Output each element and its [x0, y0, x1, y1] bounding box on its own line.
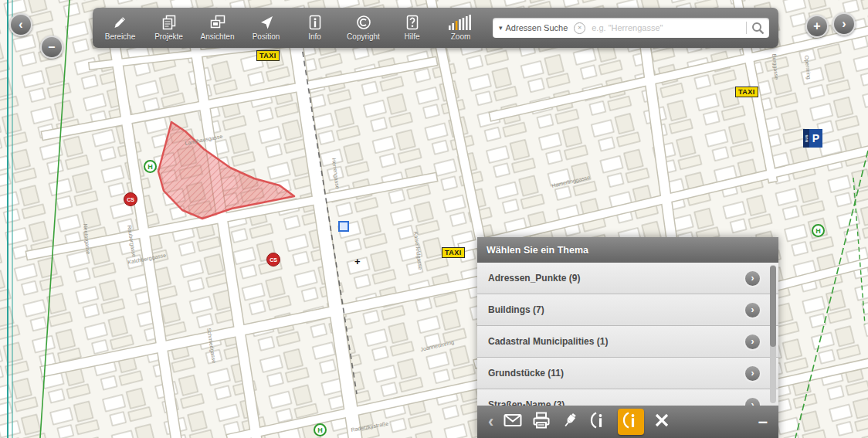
- toolbar-item-label: Info: [308, 32, 321, 41]
- toolbar-item-info[interactable]: Info: [290, 15, 339, 41]
- chevron-right-icon[interactable]: ›: [744, 333, 761, 351]
- theme-list: Adressen_Punkte (9) › Buildings (7) › Ca…: [477, 263, 778, 406]
- zoom-in-button[interactable]: +: [805, 15, 829, 38]
- toolbar-item-zoom[interactable]: Zoom: [436, 15, 485, 41]
- toolbar-item-label: Bereiche: [105, 32, 135, 41]
- bus-parking-sublabel: BUS: [803, 129, 809, 148]
- identify-tool-button[interactable]: [618, 409, 644, 435]
- back-chevron-button[interactable]: ‹: [488, 413, 493, 430]
- zoom-out-button[interactable]: –: [40, 36, 63, 59]
- theme-item-label: Grundstücke (11): [488, 368, 564, 379]
- pin-icon: [561, 412, 579, 432]
- toolbar-item-label: Position: [253, 32, 280, 41]
- info-icon: [307, 15, 324, 30]
- transit-stop-marker: H: [314, 423, 327, 436]
- search-input[interactable]: [590, 22, 741, 33]
- bus-parking-marker: BUS P: [803, 129, 822, 148]
- toolbar-item-bereiche[interactable]: Bereiche: [96, 15, 144, 41]
- arc-info-icon: [589, 411, 608, 433]
- toolbar-item-label: Projekte: [154, 32, 183, 41]
- toolbar-item-hilfe[interactable]: Hilfe: [388, 15, 436, 41]
- theme-item-label: Straßen-Name (3): [488, 399, 565, 406]
- map-cross-marker: +: [354, 256, 361, 267]
- theme-item-label: Buildings (7): [488, 304, 544, 315]
- mail-icon: [504, 412, 522, 432]
- main-toolbar: Bereiche Projekte Ansichten Position Inf: [93, 8, 778, 48]
- theme-item-adressen-punkte[interactable]: Adressen_Punkte (9) ›: [477, 263, 778, 294]
- arc-info-icon: [622, 411, 640, 433]
- chevron-right-icon[interactable]: ›: [744, 396, 761, 406]
- position-arrow-icon: [258, 15, 275, 30]
- theme-item-strassen-name[interactable]: Straßen-Name (3) ›: [477, 389, 778, 406]
- search-divider: [746, 22, 747, 34]
- theme-item-cadastral-municipalities[interactable]: Cadastral Municipalities (1) ›: [477, 326, 778, 358]
- address-search-box: ▾ Adressen Suche ✕: [493, 18, 769, 38]
- help-icon: [404, 15, 421, 30]
- chevron-down-icon[interactable]: ▾: [499, 24, 503, 32]
- pencil-icon: [112, 15, 129, 30]
- pin-button[interactable]: [561, 412, 579, 432]
- cs-marker: CS: [266, 253, 280, 267]
- info-tool-button[interactable]: [589, 411, 608, 433]
- taxi-sign: TAXI: [442, 247, 465, 258]
- toolbar-item-label: Copyright: [347, 32, 380, 41]
- transit-stop-marker: H: [812, 224, 825, 237]
- close-icon: [654, 413, 670, 431]
- transit-stop-marker: H: [144, 160, 157, 173]
- print-button[interactable]: [532, 412, 551, 432]
- map-application: Landhausgasse Raubergasse Schmiedgasse K…: [0, 0, 868, 438]
- taxi-sign: TAXI: [735, 87, 758, 97]
- pan-left-button[interactable]: ‹: [9, 13, 32, 36]
- parking-label: P: [809, 129, 822, 148]
- projects-icon: [161, 15, 178, 30]
- mail-button[interactable]: [504, 412, 522, 432]
- chevron-right-icon[interactable]: ›: [744, 365, 761, 382]
- close-button[interactable]: [654, 413, 670, 431]
- toolbar-item-position[interactable]: Position: [242, 15, 290, 41]
- taxi-sign: TAXI: [256, 50, 280, 61]
- search-category-label[interactable]: Adressen Suche: [506, 23, 568, 32]
- minimize-panel-button[interactable]: –: [758, 413, 768, 430]
- theme-panel-title: Wählen Sie ein Thema: [477, 237, 778, 263]
- toolbar-item-ansichten[interactable]: Ansichten: [193, 15, 242, 41]
- selected-point-marker: [338, 221, 349, 232]
- toolbar-item-copyright[interactable]: Copyright: [339, 15, 388, 41]
- toolbar-item-label: Zoom: [451, 32, 471, 41]
- cs-marker: CS: [124, 192, 137, 206]
- toolbar-item-label: Hilfe: [404, 32, 419, 41]
- views-icon: [209, 15, 226, 30]
- theme-item-label: Adressen_Punkte (9): [488, 273, 580, 284]
- theme-item-buildings[interactable]: Buildings (7) ›: [477, 294, 778, 326]
- zoom-bars-icon: [449, 15, 473, 30]
- panel-toolbar: ‹: [477, 406, 778, 438]
- chevron-right-icon[interactable]: ›: [744, 270, 761, 287]
- clear-search-icon[interactable]: ✕: [574, 22, 585, 34]
- search-icon[interactable]: [751, 22, 765, 35]
- chevron-right-icon[interactable]: ›: [744, 301, 761, 319]
- copyright-icon: [355, 15, 372, 30]
- theme-panel: Wählen Sie ein Thema Adressen_Punkte (9)…: [477, 237, 778, 438]
- print-icon: [532, 412, 551, 432]
- theme-item-label: Cadastral Municipalities (1): [488, 336, 608, 347]
- pan-right-button[interactable]: ›: [832, 12, 856, 36]
- panel-scrollbar[interactable]: [770, 265, 776, 403]
- toolbar-item-projekte[interactable]: Projekte: [144, 15, 193, 41]
- theme-item-grundstuecke[interactable]: Grundstücke (11) ›: [477, 358, 778, 389]
- toolbar-item-label: Ansichten: [201, 32, 235, 41]
- panel-scrollbar-thumb[interactable]: [770, 266, 776, 347]
